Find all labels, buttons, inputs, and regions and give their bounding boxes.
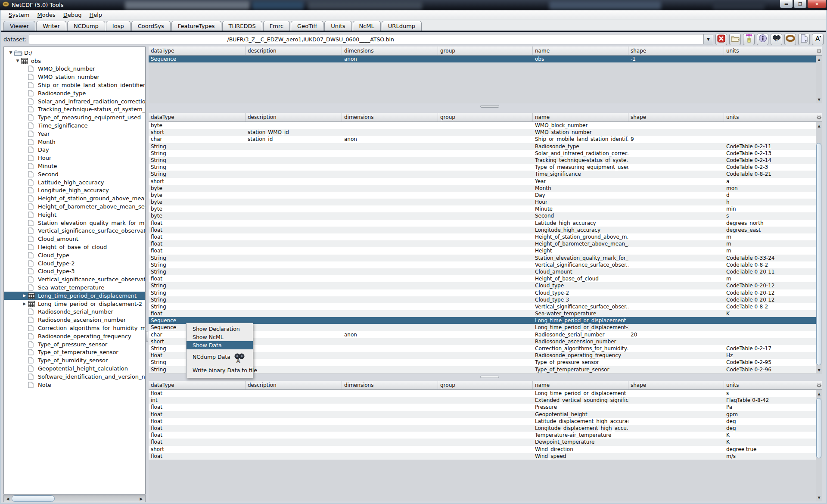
column-header-description[interactable]: description [246, 381, 342, 389]
tree-item-station_elevation_quality_mark_for_mobile_s[interactable]: Station_elevation_quality_mark_for_mobil… [4, 219, 145, 227]
clear-dataset-button[interactable] [715, 34, 727, 45]
scroll-up-icon[interactable]: ▲ [816, 57, 822, 62]
tree-item-software_identification_and_version_number[interactable]: Software_identification_and_version_numb… [4, 373, 145, 381]
tree-item-radiosonde_type[interactable]: Radiosonde_type [4, 89, 145, 97]
minimize-button[interactable]: ▬ [780, 0, 793, 8]
table-row[interactable]: byteHourh [149, 199, 816, 205]
tree-item-note[interactable]: Note [4, 381, 145, 389]
tree-item-geopotential_height_calculation[interactable]: Geopotential_height_calculation [4, 364, 145, 373]
dataset-combobox[interactable]: /BUFR/3_Z__C_EDZW_aero1,IUKD07_DWSU_0600… [29, 34, 713, 44]
table-row[interactable]: floatGeopotential_heightgpm [149, 411, 816, 418]
column-header-group[interactable]: group [438, 47, 533, 55]
table-row[interactable]: floatLongitude_displacement_high_accu...… [149, 425, 816, 432]
table-row[interactable]: byteMinutemin [149, 205, 816, 212]
table-row[interactable]: floatLong_time_period_or_displacements [149, 390, 816, 397]
column-header-shape[interactable]: shape [628, 47, 724, 55]
column-header-units[interactable]: units [724, 47, 816, 55]
tree-item-latitude_high_accuracy[interactable]: Latitude_high_accuracy [4, 178, 145, 187]
tree-item-long_time_period_or_displacement-2[interactable]: ▶Long_time_period_or_displacement-2 [4, 300, 145, 308]
table-row[interactable]: floatDewpoint_temperatureK [149, 439, 816, 445]
tree-item-longitude_high_accuracy[interactable]: Longitude_high_accuracy [4, 187, 145, 195]
top-middle-splitter[interactable] [149, 103, 822, 109]
tree-item-long_time_period_or_displacement[interactable]: ▶Long_time_period_or_displacement [4, 292, 145, 300]
tab-fmrc[interactable]: Fmrc [263, 21, 290, 31]
flowers-button[interactable] [743, 34, 755, 45]
table-row[interactable]: byteMonthmon [149, 185, 816, 192]
tree-item-cloud_amount[interactable]: Cloud_amount [4, 235, 145, 243]
tree-item-time_significance[interactable]: Time_significance [4, 121, 145, 130]
table-row[interactable]: StringStation_elevation_quality_mark_for… [149, 255, 816, 261]
tree-item-d:/[interactable]: ▼D:/ [4, 49, 145, 57]
column-header-name[interactable]: name [533, 47, 628, 55]
tree-item-cloud_type-2[interactable]: Cloud_type-2 [4, 259, 145, 268]
tab-featuretypes[interactable]: FeatureTypes [171, 21, 221, 31]
scroll-up-icon[interactable]: ▲ [816, 123, 822, 129]
scroll-up-icon[interactable]: ▲ [816, 391, 822, 397]
column-header-datatype[interactable]: dataType [149, 113, 246, 121]
sequence-scroll-thumb[interactable] [816, 398, 821, 458]
menu-item-show-data[interactable]: Show Data [187, 341, 253, 349]
font-size-button[interactable]: A [812, 34, 824, 45]
tab-viewer[interactable]: Viewer [3, 21, 35, 31]
tree-horizontal-scrollbar[interactable]: ◀ ▶ [3, 495, 146, 502]
tree-item-vertical_significance_surface_observations-2[interactable]: Vertical_significance_surface_observatio… [4, 275, 145, 283]
tree-item-wmo_station_number[interactable]: WMO_station_number [4, 73, 145, 81]
menu-item-write-binary-data-to-file[interactable]: Write binary Data to file [187, 364, 253, 376]
column-header-datatype[interactable]: dataType [149, 381, 246, 389]
table-row[interactable]: StringSolar_and_infrared_radiation_corre… [149, 150, 816, 157]
expander-closed-icon[interactable]: ▶ [21, 293, 28, 298]
column-header-datatype[interactable]: dataType [149, 47, 246, 55]
table-row[interactable]: floatWind_speedm/s [149, 453, 816, 460]
tree-item-wmo_block_number[interactable]: WMO_block_number [4, 65, 145, 73]
table-row[interactable]: StringCloud_amountCodeTable 0-20-11 [149, 268, 816, 275]
info-button[interactable] [757, 34, 768, 45]
expander-open-icon[interactable]: ▼ [14, 59, 21, 63]
tree-item-sea-water_temperature[interactable]: Sea-water_temperature [4, 283, 145, 292]
column-header-units[interactable]: units [724, 381, 816, 389]
table-row[interactable]: byteSeconds [149, 212, 816, 219]
tree-item-correction_algorithms_for_humidity_measure[interactable]: Correction_algorithms_for_humidity_measu… [4, 324, 145, 332]
table-row[interactable]: StringCloud_type-2CodeTable 0-20-12 [149, 289, 816, 296]
table-row[interactable]: shortYeara [149, 178, 816, 185]
obs-table-scrollbar[interactable]: ▲ ▼ [816, 113, 822, 374]
tree-item-radiosonde_ascension_number[interactable]: Radiosonde_ascension_number [4, 316, 145, 324]
table-row[interactable]: StringType_of_measuring_equipment_usedCo… [149, 164, 816, 171]
tree-item-day[interactable]: Day [4, 146, 145, 154]
column-header-group[interactable]: group [438, 381, 533, 389]
menu-modes[interactable]: Modes [34, 12, 59, 18]
tree-item-height[interactable]: Height [4, 211, 145, 219]
tree-item-second[interactable]: Second [4, 170, 145, 178]
table-row[interactable]: floatHeight_of_barometer_above_mean_...m [149, 240, 816, 247]
tree-item-ship_or_mobile_land_station_identifier[interactable]: Ship_or_mobile_land_station_identifier [4, 81, 145, 89]
table-row[interactable]: floatLongitude_high_accuracydegrees_east [149, 227, 816, 233]
table-row[interactable]: shortWind_directiondegree true [149, 446, 816, 453]
menu-system[interactable]: System [5, 12, 34, 18]
column-settings-button[interactable] [816, 113, 822, 122]
tree-item-year[interactable]: Year [4, 130, 145, 138]
structure-table-header[interactable]: dataTypedescriptiondimensionsgroupnamesh… [149, 47, 816, 56]
menu-item-ncdump-data[interactable]: NCdump DataA [187, 349, 253, 364]
column-header-shape[interactable]: shape [628, 381, 724, 389]
column-header-description[interactable]: description [246, 47, 342, 55]
expander-closed-icon[interactable]: ▶ [21, 302, 28, 306]
menu-help[interactable]: Help [85, 12, 106, 18]
scroll-down-icon[interactable]: ▼ [816, 495, 822, 501]
sequence-table-header[interactable]: dataTypedescriptiondimensionsgroupnamesh… [149, 381, 816, 390]
tab-units[interactable]: Units [324, 21, 351, 31]
tree-item-radiosonde_serial_number[interactable]: Radiosonde_serial_number [4, 308, 145, 316]
table-row[interactable]: shortstation_WMO_idWMO_station_number [149, 129, 816, 136]
obs-table-header[interactable]: dataTypedescriptiondimensionsgroupnamesh… [149, 113, 816, 122]
table-row[interactable]: StringRadiosonde_typeCodeTable 0-2-11 [149, 143, 816, 150]
tree-item-tracking_technique-status_of_system_used[interactable]: Tracking_technique-status_of_system_used [4, 106, 145, 114]
column-settings-button[interactable] [816, 381, 822, 390]
tab-coordsys[interactable]: CoordSys [131, 21, 171, 31]
column-header-dimensions[interactable]: dimensions [342, 47, 438, 55]
column-header-name[interactable]: name [533, 381, 628, 389]
tree-item-type_of_measuring_equipment_used[interactable]: Type_of_measuring_equipment_used [4, 113, 145, 121]
table-row[interactable]: floatHeight_of_station_ground_above_m...… [149, 233, 816, 240]
column-header-group[interactable]: group [438, 113, 533, 121]
table-row[interactable]: floatHeight_of_base_of_cloudm [149, 275, 816, 282]
tree-item-solar_and_infrared_radiation_correction[interactable]: Solar_and_infrared_radiation_correction [4, 97, 145, 106]
table-row[interactable]: charstation_idanonShip_or_mobile_land_st… [149, 136, 816, 143]
tab-writer[interactable]: Writer [36, 21, 66, 31]
